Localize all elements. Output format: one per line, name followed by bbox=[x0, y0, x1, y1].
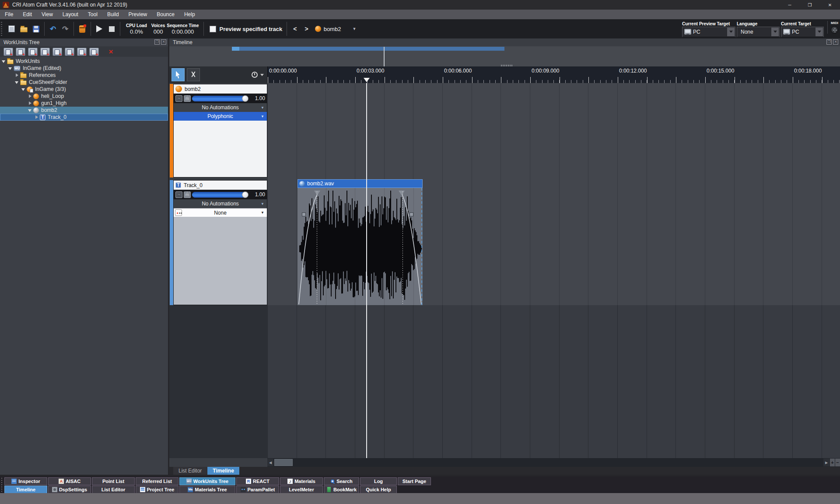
add-material-button[interactable] bbox=[52, 48, 62, 56]
clip-waveform-body[interactable] bbox=[298, 188, 423, 305]
current-target-dropdown[interactable]: PC bbox=[781, 27, 824, 37]
tree-expander-icon[interactable] bbox=[35, 115, 38, 119]
tree-item-ingame-3-3-[interactable]: InGame (3/3) bbox=[0, 86, 168, 93]
play-button[interactable] bbox=[93, 22, 105, 35]
fade-in-handle[interactable] bbox=[302, 212, 306, 216]
tree-item-gun1-high[interactable]: gun1_High bbox=[0, 100, 168, 107]
zoom-out-button[interactable]: − bbox=[835, 459, 840, 466]
redo-button[interactable]: ↷ bbox=[59, 22, 71, 35]
tree-expander-icon[interactable] bbox=[15, 73, 19, 77]
tree-expander-icon[interactable] bbox=[2, 59, 6, 63]
timeline-overview-strip[interactable] bbox=[169, 46, 840, 66]
close-panel-icon[interactable]: ✕ bbox=[833, 39, 838, 45]
add-bank-button[interactable] bbox=[89, 48, 99, 56]
cue-automation-dropdown[interactable]: No Automations ▼ bbox=[174, 103, 267, 112]
tree-item-heli-loop[interactable]: heli_Loop bbox=[0, 93, 168, 100]
tree-expander-icon[interactable] bbox=[28, 101, 32, 105]
clip-header[interactable]: bomb2.wav bbox=[298, 179, 423, 188]
dock-tab-bookmark[interactable]: BookMark bbox=[324, 486, 359, 494]
menu-item-edit[interactable]: Edit bbox=[18, 10, 37, 19]
dock-tab-quick-help[interactable]: Quick Help bbox=[360, 486, 397, 494]
scroll-right-button[interactable]: ▶ bbox=[823, 459, 830, 466]
close-panel-icon[interactable]: ✕ bbox=[161, 39, 166, 45]
add-aisac-button[interactable] bbox=[65, 48, 74, 56]
stop-button[interactable] bbox=[105, 22, 118, 35]
dock-tab-dspsettings[interactable]: DspSettings bbox=[48, 486, 91, 494]
float-panel-icon[interactable]: ❐ bbox=[826, 39, 832, 45]
slider-knob[interactable] bbox=[242, 95, 248, 102]
toolbar-grip[interactable] bbox=[0, 22, 4, 36]
language-dropdown[interactable]: None bbox=[737, 27, 780, 37]
select-tool-button[interactable] bbox=[172, 68, 185, 81]
cue-selector-dropdown[interactable]: bomb2 ▼ bbox=[312, 26, 359, 32]
tree-item-bomb2[interactable]: bomb2 bbox=[0, 107, 168, 114]
dock-tab-workunits-tree[interactable]: WorkUnits Tree bbox=[179, 477, 235, 485]
open-project-button[interactable] bbox=[18, 22, 30, 35]
track-automation-toggle[interactable]: ~ bbox=[175, 191, 182, 198]
menu-item-bounce[interactable]: Bounce bbox=[152, 10, 179, 19]
dock-tab-react[interactable]: REACT bbox=[236, 477, 279, 485]
dock-tab-aisac[interactable]: AISAC bbox=[48, 477, 91, 485]
cue-mute-button[interactable]: m̄ bbox=[184, 95, 191, 102]
menu-item-layout[interactable]: Layout bbox=[58, 10, 83, 19]
playhead-marker-icon[interactable] bbox=[364, 78, 370, 82]
menu-item-help[interactable]: Help bbox=[179, 10, 200, 19]
fade-out-handle[interactable] bbox=[410, 212, 413, 216]
track-automation-dropdown[interactable]: No Automations ▼ bbox=[174, 199, 267, 208]
save-button[interactable] bbox=[30, 22, 42, 35]
dock-tab-parampallet[interactable]: ParamPallet bbox=[236, 486, 279, 494]
tree-item-track-0[interactable]: Track_0 bbox=[0, 114, 168, 121]
time-ruler[interactable]: 0:00:00.0000:00:03.0000:00:06.0000:00:09… bbox=[267, 66, 840, 83]
dock-tab-log[interactable]: Log bbox=[360, 477, 397, 485]
fade-in-marker[interactable] bbox=[317, 191, 317, 304]
track-volume-slider[interactable] bbox=[192, 192, 248, 198]
tree-item-ingame-edited-[interactable]: InGame (Edited) bbox=[0, 65, 168, 72]
preview-target-dropdown[interactable]: PC bbox=[682, 27, 735, 37]
cue-volume-slider[interactable] bbox=[192, 96, 248, 101]
minimize-button[interactable]: ─ bbox=[780, 0, 800, 10]
previous-cue-button[interactable]: < bbox=[289, 25, 301, 32]
tree-item-cuesheetfolder[interactable]: CueSheetFolder bbox=[0, 79, 168, 86]
slider-knob[interactable] bbox=[242, 191, 248, 198]
cue-automation-toggle[interactable]: ~ bbox=[175, 95, 182, 102]
tree-expander-icon[interactable] bbox=[28, 108, 32, 112]
add-voice-button[interactable] bbox=[77, 48, 87, 56]
track-name-row[interactable]: Track_0 bbox=[174, 181, 267, 190]
new-project-button[interactable] bbox=[5, 22, 18, 35]
playhead-line[interactable] bbox=[366, 83, 367, 458]
add-cuesheet-button[interactable] bbox=[28, 48, 38, 56]
menu-item-view[interactable]: View bbox=[37, 10, 58, 19]
dock-tab-materials[interactable]: Materials bbox=[280, 477, 323, 485]
tab-timeline[interactable]: Timeline bbox=[207, 467, 239, 475]
overview-range-bar[interactable] bbox=[232, 47, 504, 51]
tree-item-references[interactable]: References bbox=[0, 72, 168, 79]
dock-tab-point-list[interactable]: Point List bbox=[92, 477, 135, 485]
tree-expander-icon[interactable] bbox=[28, 94, 32, 98]
dock-tab-inspector[interactable]: Inspector bbox=[4, 477, 47, 485]
tree-expander-icon[interactable] bbox=[8, 66, 12, 70]
tree-expander-icon[interactable] bbox=[15, 80, 19, 84]
tab-list-editor[interactable]: List Editor bbox=[173, 467, 207, 475]
dock-tab-start-page[interactable]: Start Page bbox=[398, 477, 431, 485]
tree-expander-icon[interactable] bbox=[21, 87, 25, 91]
dock-tab-timeline[interactable]: Timeline bbox=[4, 486, 47, 494]
add-workunit-button[interactable] bbox=[4, 48, 13, 56]
dock-tab-list-editor[interactable]: List Editor bbox=[92, 486, 135, 494]
add-cuesheet-folder-button[interactable] bbox=[40, 48, 50, 56]
fade-out-marker[interactable] bbox=[402, 191, 403, 304]
dock-tab-search[interactable]: Search bbox=[324, 477, 359, 485]
track-mute-button[interactable]: m̄ bbox=[184, 191, 191, 198]
clip-end-marker[interactable] bbox=[421, 188, 422, 305]
cue-name-row[interactable]: bomb2 bbox=[174, 84, 267, 94]
zoom-in-button[interactable]: + bbox=[830, 459, 835, 466]
split-tool-button[interactable] bbox=[187, 68, 200, 81]
next-cue-button[interactable]: > bbox=[301, 25, 312, 32]
maximize-button[interactable]: ❐ bbox=[800, 0, 820, 10]
undo-button[interactable]: ↶ bbox=[47, 22, 59, 35]
scroll-left-button[interactable]: ◀ bbox=[267, 459, 273, 466]
menu-item-preview[interactable]: Preview bbox=[124, 10, 152, 19]
waveform-clip[interactable]: bomb2.wav bbox=[298, 179, 423, 305]
add-workunit-folder-button[interactable] bbox=[16, 48, 25, 56]
dock-tab-project-tree[interactable]: Project Tree bbox=[136, 486, 178, 494]
bus-send-icon[interactable] bbox=[175, 209, 182, 216]
